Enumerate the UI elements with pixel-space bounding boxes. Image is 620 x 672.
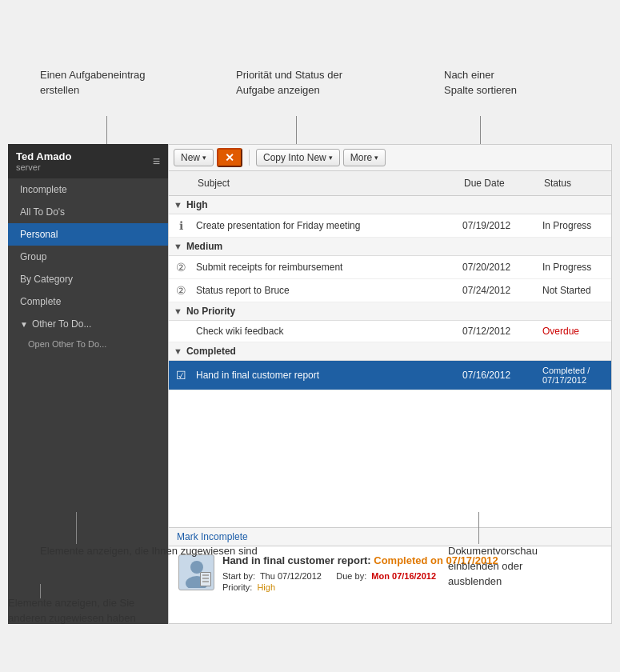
copy-into-new-button[interactable]: Copy Into New ▾ bbox=[256, 149, 340, 166]
table-header: Subject Due Date Status bbox=[169, 171, 611, 196]
task-status-2: Not Started bbox=[539, 280, 611, 301]
group-header-medium[interactable]: ▼ Medium bbox=[169, 238, 611, 256]
group-label-high: High bbox=[186, 199, 208, 210]
more-dropdown-arrow: ▾ bbox=[374, 154, 378, 162]
sidebar-user-name: Ted Amado bbox=[16, 150, 71, 162]
toolbar: New ▾ ✕ Copy Into New ▾ More ▾ bbox=[169, 145, 611, 171]
sidebar-header: Ted Amado server ≡ bbox=[8, 144, 168, 178]
group-icon-completed: ▼ bbox=[174, 346, 182, 356]
more-label: More bbox=[350, 152, 372, 163]
task-row[interactable]: ② Submit receipts for reimbursement 07/2… bbox=[169, 256, 611, 279]
sidebar-item-personal[interactable]: Personal bbox=[8, 223, 168, 246]
copy-dropdown-arrow: ▾ bbox=[329, 154, 333, 162]
col-header-icon bbox=[169, 174, 193, 192]
preview-start-label: Start by: bbox=[222, 571, 255, 581]
group-header-no-priority[interactable]: ▼ No Priority bbox=[169, 302, 611, 321]
other-todo-label: Other To Do... bbox=[32, 318, 91, 330]
task-icon-medium-2: ② bbox=[169, 279, 193, 302]
preview-pane: Mark Incomplete bbox=[169, 527, 611, 623]
sidebar-item-other-todo[interactable]: ▼ Other To Do... bbox=[8, 313, 168, 335]
group-icon-high: ▼ bbox=[174, 200, 182, 210]
sidebar-item-open-other[interactable]: Open Other To Do... bbox=[8, 335, 168, 353]
sidebar-item-by-category[interactable]: By Category bbox=[8, 268, 168, 290]
task-subject-2: Status report to Bruce bbox=[193, 280, 459, 301]
col-header-subject[interactable]: Subject bbox=[193, 174, 459, 192]
group-header-completed[interactable]: ▼ Completed bbox=[169, 342, 611, 361]
task-subject-0: Create presentation for Friday meeting bbox=[193, 215, 459, 236]
sidebar-menu-icon[interactable]: ≡ bbox=[153, 154, 160, 169]
delete-button[interactable]: ✕ bbox=[217, 148, 242, 167]
sidebar-item-complete[interactable]: Complete bbox=[8, 290, 168, 313]
task-row-selected[interactable]: ☑ Hand in final customer report 07/16/20… bbox=[169, 361, 611, 390]
col-header-due[interactable]: Due Date bbox=[459, 174, 539, 192]
preview-meta-priority: Priority: High bbox=[222, 582, 602, 592]
task-icon-medium-1: ② bbox=[169, 256, 193, 278]
task-subject-3: Check wiki feedback bbox=[193, 321, 459, 342]
preview-details: Hand in final customer report: Completed… bbox=[222, 554, 602, 594]
callout-priority-status: Priorität und Status derAufgabe anzeigen bbox=[236, 68, 342, 98]
preview-meta-start: Start by: Thu 07/12/2012 Due by: Mon 07/… bbox=[222, 571, 602, 581]
task-icon-priority-high: ℹ bbox=[169, 214, 193, 237]
task-status-4: Completed /07/17/2012 bbox=[539, 361, 611, 390]
toolbar-separator bbox=[249, 150, 250, 166]
preview-avatar bbox=[178, 554, 214, 590]
task-due-4: 07/16/2012 bbox=[459, 365, 539, 386]
task-row[interactable]: ② Status report to Bruce 07/24/2012 Not … bbox=[169, 279, 611, 302]
sidebar-item-incomplete[interactable]: Incomplete bbox=[8, 178, 168, 201]
group-label-completed: Completed bbox=[186, 346, 236, 357]
new-dropdown-arrow: ▾ bbox=[202, 154, 206, 162]
callout-sort: Nach einerSpalte sortieren bbox=[444, 68, 517, 98]
group-label-medium: Medium bbox=[186, 241, 222, 252]
other-todo-icon: ▼ bbox=[20, 320, 28, 329]
preview-due-value: Mon 07/16/2012 bbox=[371, 571, 436, 581]
preview-due-label: Due by: bbox=[336, 571, 366, 581]
copy-into-new-label: Copy Into New bbox=[263, 152, 326, 163]
task-status-3: Overdue bbox=[539, 321, 611, 342]
callout-assigned-by-me: Elemente anzeigen, die Sieanderen zugewi… bbox=[8, 596, 136, 626]
group-label-no-priority: No Priority bbox=[186, 306, 235, 317]
preview-start-value: Thu 07/12/2012 bbox=[260, 571, 322, 581]
group-icon-medium: ▼ bbox=[174, 242, 182, 251]
task-icon-completed: ☑ bbox=[169, 364, 193, 386]
group-icon-no-priority: ▼ bbox=[174, 306, 182, 316]
sidebar-item-group[interactable]: Group bbox=[8, 246, 168, 268]
task-row[interactable]: Check wiki feedback 07/12/2012 Overdue bbox=[169, 321, 611, 342]
mark-incomplete-link[interactable]: Mark Incomplete bbox=[177, 531, 248, 542]
callout-create-task: Einen Aufgabeneintragerstellen bbox=[40, 68, 146, 98]
new-label: New bbox=[181, 152, 200, 163]
group-header-high[interactable]: ▼ High bbox=[169, 196, 611, 214]
callout-line-preview bbox=[478, 512, 479, 544]
task-icon-no-priority bbox=[169, 326, 193, 336]
col-header-status[interactable]: Status bbox=[539, 174, 611, 192]
task-due-2: 07/24/2012 bbox=[459, 280, 539, 301]
preview-title: Hand in final customer report: Completed… bbox=[222, 554, 602, 566]
task-due-3: 07/12/2012 bbox=[459, 321, 539, 342]
preview-priority-value: High bbox=[257, 582, 275, 592]
task-table: ▼ High ℹ Create presentation for Friday … bbox=[169, 196, 611, 527]
task-subject-4: Hand in final customer report bbox=[193, 365, 459, 386]
callout-line-assigned bbox=[76, 512, 77, 544]
task-due-0: 07/19/2012 bbox=[459, 215, 539, 236]
task-subject-1: Submit receipts for reimbursement bbox=[193, 257, 459, 278]
task-row[interactable]: ℹ Create presentation for Friday meeting… bbox=[169, 214, 611, 238]
new-button[interactable]: New ▾ bbox=[174, 149, 214, 166]
sidebar-item-all-todos[interactable]: All To Do's bbox=[8, 201, 168, 223]
callout-line-assigned-by bbox=[40, 584, 41, 598]
task-due-1: 07/20/2012 bbox=[459, 257, 539, 278]
callout-assigned-to-me: Elemente anzeigen, die Ihnen zugewiesen … bbox=[40, 544, 258, 559]
sidebar-user-sub: server bbox=[16, 162, 71, 172]
sidebar-user-info: Ted Amado server bbox=[16, 150, 71, 172]
preview-priority-label: Priority: bbox=[222, 582, 252, 592]
task-status-1: In Progress bbox=[539, 257, 611, 278]
task-status-0: In Progress bbox=[539, 215, 611, 236]
more-button[interactable]: More ▾ bbox=[343, 149, 386, 166]
callout-preview-toggle: Dokumentvorschaueinblenden oderausblende… bbox=[448, 544, 538, 590]
